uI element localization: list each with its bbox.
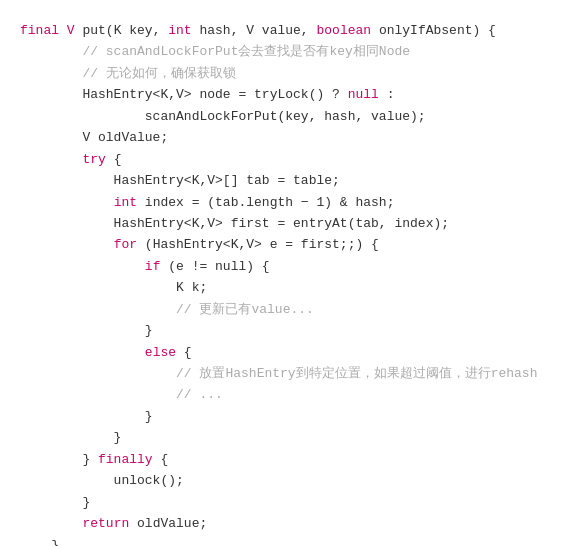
keyword-token: if [145,259,161,274]
code-token: HashEntry<K,V> first = entryAt(tab, inde… [20,216,449,231]
keyword-token: try [82,152,105,167]
code-line: // scanAndLockForPut会去查找是否有key相同Node [20,41,554,62]
code-line: final V put(K key, int hash, V value, bo… [20,20,554,41]
code-token: oldValue; [129,516,207,531]
code-line: } [20,320,554,341]
code-token: hash, V value, [192,23,317,38]
code-token: } [20,538,59,547]
comment-token: // 无论如何，确保获取锁 [20,66,236,81]
code-block: final V put(K key, int hash, V value, bo… [8,10,566,546]
keyword-token: finally [98,452,153,467]
code-line: HashEntry<K,V> node = tryLock() ? null : [20,84,554,105]
comment-token: // scanAndLockForPut会去查找是否有key相同Node [20,44,410,59]
code-line: for (HashEntry<K,V> e = first;;) { [20,234,554,255]
code-line: } [20,535,554,547]
code-line: } [20,492,554,513]
code-token: } [20,430,121,445]
code-line: // 无论如何，确保获取锁 [20,63,554,84]
code-token: } [20,452,98,467]
keyword-token: final [20,23,67,38]
code-line: // 放置HashEntry到特定位置，如果超过阈值，进行rehash [20,363,554,384]
code-token [20,152,82,167]
code-line: K k; [20,277,554,298]
code-token: onlyIfAbsent) { [371,23,496,38]
code-token: } [20,495,90,510]
code-line: if (e != null) { [20,256,554,277]
code-line: int index = (tab.length − 1) & hash; [20,192,554,213]
code-token: : [379,87,395,102]
code-token: (HashEntry<K,V> e = first;;) { [137,237,379,252]
comment-token: // ... [20,387,223,402]
code-line: try { [20,149,554,170]
code-line: unlock(); [20,470,554,491]
code-token: K k; [20,280,207,295]
code-token: HashEntry<K,V> node = tryLock() ? [20,87,348,102]
code-token: scanAndLockForPut(key, hash, value); [20,109,426,124]
code-token [20,259,145,274]
code-line: else { [20,342,554,363]
code-token [20,237,114,252]
code-line: return oldValue; [20,513,554,534]
code-token [20,516,82,531]
keyword-token: V [67,23,83,38]
code-token: } [20,323,153,338]
code-line: // ... [20,384,554,405]
keyword-token: null [348,87,379,102]
code-token: { [106,152,122,167]
keyword-token: return [82,516,129,531]
code-line: scanAndLockForPut(key, hash, value); [20,106,554,127]
code-line: HashEntry<K,V>[] tab = table; [20,170,554,191]
comment-token: // 放置HashEntry到特定位置，如果超过阈值，进行rehash [20,366,537,381]
code-token: put(K key, [82,23,168,38]
keyword-token: int [168,23,191,38]
code-token: (e != null) { [160,259,269,274]
keyword-token: else [145,345,176,360]
code-line: // 更新已有value... [20,299,554,320]
comment-token: // 更新已有value... [20,302,314,317]
code-token [20,195,114,210]
keyword-token: int [114,195,137,210]
code-container: final V put(K key, int hash, V value, bo… [0,0,574,546]
code-line: } [20,406,554,427]
code-token: V oldValue; [20,130,168,145]
code-token: HashEntry<K,V>[] tab = table; [20,173,340,188]
code-line: V oldValue; [20,127,554,148]
code-token: unlock(); [20,473,184,488]
code-token [20,345,145,360]
keyword-token: for [114,237,137,252]
code-line: } finally { [20,449,554,470]
code-token: { [176,345,192,360]
code-token: index = (tab.length − 1) & hash; [137,195,394,210]
keyword-token: boolean [316,23,371,38]
code-line: } [20,427,554,448]
code-line: HashEntry<K,V> first = entryAt(tab, inde… [20,213,554,234]
code-token: { [153,452,169,467]
code-token: } [20,409,153,424]
